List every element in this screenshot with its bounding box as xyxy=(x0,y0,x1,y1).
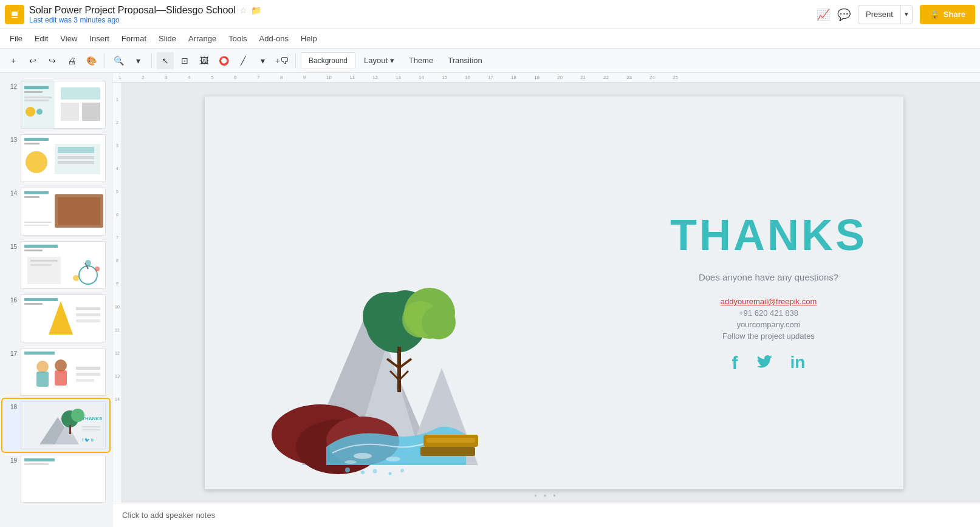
slide-canvas[interactable]: THANKS Does anyone have any questions? a… xyxy=(205,97,903,489)
svg-point-109 xyxy=(389,472,392,475)
zoom-out-button[interactable]: 🔍 xyxy=(110,52,127,69)
svg-text:7: 7 xyxy=(116,236,118,240)
svg-rect-31 xyxy=(24,250,43,251)
print-button[interactable]: 🖨 xyxy=(63,52,80,69)
sep2 xyxy=(151,53,152,68)
layout-button[interactable]: Layout ▾ xyxy=(358,52,400,69)
svg-point-110 xyxy=(400,469,404,472)
menu-addons[interactable]: Add-ons xyxy=(255,33,293,44)
svg-point-38 xyxy=(73,275,79,281)
svg-point-51 xyxy=(55,359,67,372)
illustration xyxy=(241,246,496,477)
star-icon[interactable]: ☆ xyxy=(239,5,247,15)
menu-help[interactable]: Help xyxy=(296,33,322,44)
cursor-tool[interactable]: ↖ xyxy=(157,52,174,69)
svg-rect-5 xyxy=(24,86,49,89)
menu-view[interactable]: View xyxy=(55,33,82,44)
present-button[interactable]: Present ▾ xyxy=(858,5,913,24)
svg-rect-20 xyxy=(58,156,94,159)
undo-button[interactable]: ↩ xyxy=(24,52,41,69)
theme-button[interactable]: Theme xyxy=(403,52,439,69)
svg-text:14: 14 xyxy=(115,397,120,401)
thanks-website: yourcompany.com xyxy=(670,320,867,329)
top-bar: Solar Power Project Proposal—Slidesgo Sc… xyxy=(0,0,980,29)
expand-indicator[interactable]: • • • xyxy=(534,492,558,500)
top-right: 📈 💬 Present ▾ 🔒 Share xyxy=(817,5,975,24)
zoom-dropdown-button[interactable]: ▾ xyxy=(129,52,146,69)
slide-thumb-14[interactable]: 14 xyxy=(2,185,109,238)
image-tool[interactable]: 🖼 xyxy=(196,52,213,69)
svg-text:1: 1 xyxy=(116,97,118,101)
svg-point-37 xyxy=(85,260,91,266)
toolbar: + ↩ ↪ 🖨 🎨 🔍 ▾ ↖ ⊡ 🖼 ⭕ ╱ ▾ +🗨 Background … xyxy=(0,49,980,73)
svg-rect-26 xyxy=(58,197,100,225)
doc-title: Solar Power Project Proposal—Slidesgo Sc… xyxy=(29,5,817,16)
svg-rect-19 xyxy=(58,147,94,153)
folder-icon[interactable]: 📁 xyxy=(251,5,261,15)
notes-area[interactable]: Click to add speaker notes xyxy=(112,503,980,527)
menu-edit[interactable]: Edit xyxy=(30,33,53,44)
menu-arrange[interactable]: Arrange xyxy=(183,33,221,44)
app-icon[interactable] xyxy=(5,5,24,24)
format-paint-button[interactable]: 🎨 xyxy=(83,52,100,69)
menu-tools[interactable]: Tools xyxy=(224,33,252,44)
last-edit: Last edit was 3 minutes ago xyxy=(29,16,817,24)
main-layout: 12 13 xyxy=(0,73,980,527)
linkedin-icon: in xyxy=(790,353,806,375)
line-tool[interactable]: ╱ xyxy=(235,52,252,69)
svg-text:10: 10 xyxy=(115,305,120,309)
slide-thumb-19[interactable]: 19 xyxy=(2,452,109,505)
comment-tool[interactable]: +🗨 xyxy=(273,52,290,69)
slide-thumb-13[interactable]: 13 xyxy=(2,132,109,185)
svg-rect-21 xyxy=(58,161,94,164)
shapes-tool[interactable]: ⭕ xyxy=(215,52,232,69)
present-arrow-icon[interactable]: ▾ xyxy=(901,5,912,24)
share-button[interactable]: 🔒 Share xyxy=(920,5,975,24)
svg-rect-23 xyxy=(24,191,49,194)
slide-thumb-17[interactable]: 17 xyxy=(2,345,109,398)
svg-point-102 xyxy=(344,460,357,464)
svg-rect-30 xyxy=(24,245,58,248)
social-icons: f in xyxy=(670,353,867,375)
slide-thumb-16[interactable]: 16 xyxy=(2,292,109,345)
slide-preview-14 xyxy=(21,188,106,236)
slide-thumb-18[interactable]: 18 THANKS f 🐦 in xyxy=(2,399,109,452)
slide-thumb-12[interactable]: 12 xyxy=(2,78,109,131)
notes-placeholder[interactable]: Click to add speaker notes xyxy=(122,511,215,520)
canvas-area: 1 2 3 4 5 6 7 8 9 10 11 12 13 14 15 16 1… xyxy=(112,73,980,527)
menu-format[interactable]: Format xyxy=(117,33,151,44)
text-tool[interactable]: ⊡ xyxy=(176,52,193,69)
slide-preview-13 xyxy=(21,134,106,182)
lock-icon: 🔒 xyxy=(930,10,940,19)
background-button[interactable]: Background xyxy=(301,52,355,69)
add-button[interactable]: + xyxy=(5,52,22,69)
menu-bar: File Edit View Insert Format Slide Arran… xyxy=(0,29,980,49)
svg-rect-44 xyxy=(76,307,100,310)
svg-rect-48 xyxy=(24,352,55,355)
svg-text:2: 2 xyxy=(116,120,118,124)
thanks-follow: Follow the project updates xyxy=(670,332,867,341)
menu-file[interactable]: File xyxy=(5,33,27,44)
thanks-email: addyouremail@freepik.com xyxy=(670,297,867,306)
svg-text:THANKS: THANKS xyxy=(82,416,103,421)
redo-button[interactable]: ↪ xyxy=(44,52,61,69)
transition-button[interactable]: Transition xyxy=(442,52,488,69)
thanks-section: THANKS Does anyone have any questions? a… xyxy=(670,210,867,375)
slide-thumb-15[interactable]: 15 xyxy=(2,239,109,291)
activity-icon[interactable]: 📈 xyxy=(817,8,830,21)
doc-title-text[interactable]: Solar Power Project Proposal—Slidesgo Sc… xyxy=(29,5,236,16)
slide-container[interactable]: THANKS Does anyone have any questions? a… xyxy=(128,83,980,503)
svg-rect-16 xyxy=(24,143,39,144)
svg-point-108 xyxy=(373,469,377,473)
svg-point-17 xyxy=(26,151,47,173)
menu-insert[interactable]: Insert xyxy=(84,33,114,44)
menu-slide[interactable]: Slide xyxy=(154,33,181,44)
svg-rect-27 xyxy=(24,222,52,223)
svg-rect-12 xyxy=(61,103,79,121)
svg-text:13: 13 xyxy=(115,374,120,378)
comments-icon[interactable]: 💬 xyxy=(837,8,851,21)
sep3 xyxy=(295,53,296,68)
title-section: Solar Power Project Proposal—Slidesgo Sc… xyxy=(29,5,817,24)
line-arrow[interactable]: ▾ xyxy=(254,52,271,69)
svg-point-49 xyxy=(36,361,49,373)
